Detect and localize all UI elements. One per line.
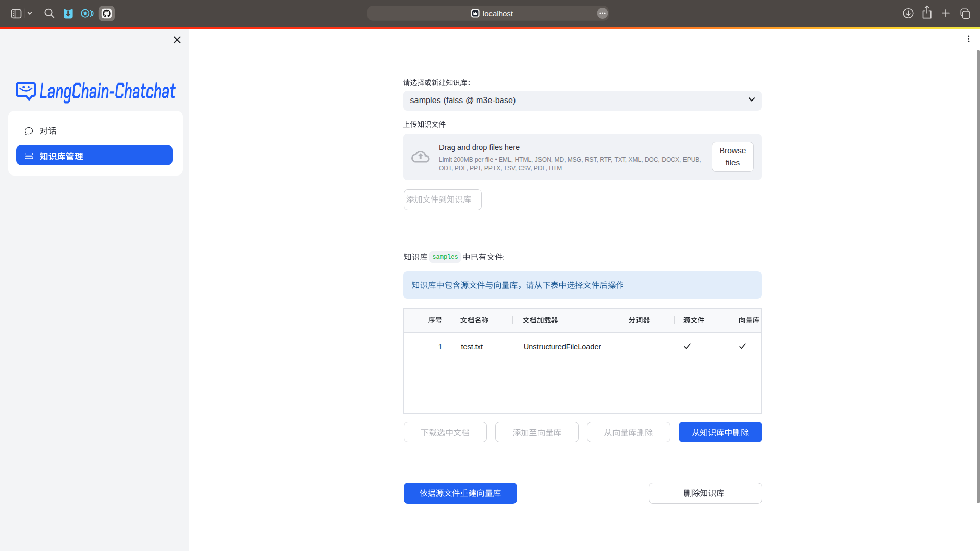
- svg-text:localhost: localhost: [483, 9, 513, 18]
